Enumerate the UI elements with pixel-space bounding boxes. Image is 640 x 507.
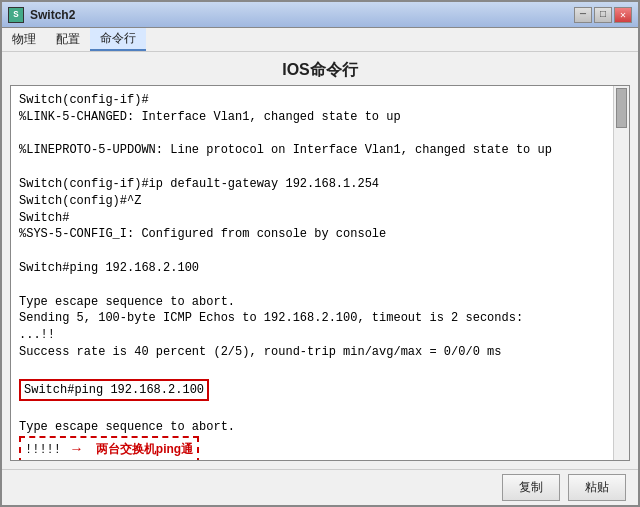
line-5: [19, 159, 605, 176]
page-title: IOS命令行: [2, 52, 638, 85]
minimize-button[interactable]: ─: [574, 7, 592, 23]
line-16: Success rate is 40 percent (2/5), round-…: [19, 344, 605, 361]
window-title: Switch2: [30, 8, 75, 22]
copy-button[interactable]: 复制: [502, 474, 560, 501]
line-12: [19, 277, 605, 294]
window-controls: ─ □ ✕: [574, 7, 632, 23]
menu-item-config[interactable]: 配置: [46, 28, 90, 51]
terminal-container: Switch(config-if)# %LINK-5-CHANGED: Inte…: [10, 85, 630, 461]
line-13: Type escape sequence to abort.: [19, 294, 605, 311]
line-9: %SYS-5-CONFIG_I: Configured from console…: [19, 226, 605, 243]
paste-button[interactable]: 粘贴: [568, 474, 626, 501]
app-icon: S: [8, 7, 24, 23]
highlighted-command: Switch#ping 192.168.2.100: [19, 379, 209, 402]
scrollbar[interactable]: [613, 86, 629, 460]
title-bar-left: S Switch2: [8, 7, 75, 23]
after-line-1: [19, 402, 605, 419]
close-button[interactable]: ✕: [614, 7, 632, 23]
line-15: ...!!: [19, 327, 605, 344]
bottom-toolbar: 复制 粘贴: [2, 469, 638, 505]
terminal-content[interactable]: Switch(config-if)# %LINK-5-CHANGED: Inte…: [11, 86, 613, 460]
maximize-button[interactable]: □: [594, 7, 612, 23]
line-6: Switch(config-if)#ip default-gateway 192…: [19, 176, 605, 193]
after-line-2: Type escape sequence to abort.: [19, 419, 605, 436]
menu-item-physics[interactable]: 物理: [2, 28, 46, 51]
line-4: %LINEPROTO-5-UPDOWN: Line protocol on In…: [19, 142, 605, 159]
line-17: [19, 361, 605, 378]
exclamations: !!!!!: [25, 443, 61, 457]
annotation-label: 两台交换机ping通: [96, 442, 193, 456]
menu-item-cli[interactable]: 命令行: [90, 28, 146, 51]
title-bar: S Switch2 ─ □ ✕: [2, 2, 638, 28]
highlighted-command-row: Switch#ping 192.168.2.100: [19, 378, 605, 403]
annotation-row: !!!!! → 两台交换机ping通: [19, 436, 605, 460]
menu-bar: 物理 配置 命令行: [2, 28, 638, 52]
exclamation-box: !!!!! → 两台交换机ping通: [19, 436, 199, 460]
scrollbar-thumb[interactable]: [616, 88, 627, 128]
line-14: Sending 5, 100-byte ICMP Echos to 192.16…: [19, 310, 605, 327]
arrow-icon: →: [72, 441, 80, 457]
line-7: Switch(config)#^Z: [19, 193, 605, 210]
line-3: [19, 126, 605, 143]
line-2: %LINK-5-CHANGED: Interface Vlan1, change…: [19, 109, 605, 126]
line-1: Switch(config-if)#: [19, 92, 605, 109]
line-10: [19, 243, 605, 260]
main-window: S Switch2 ─ □ ✕ 物理 配置 命令行 IOS命令行 Switch(…: [0, 0, 640, 507]
line-11: Switch#ping 192.168.2.100: [19, 260, 605, 277]
line-8: Switch#: [19, 210, 605, 227]
